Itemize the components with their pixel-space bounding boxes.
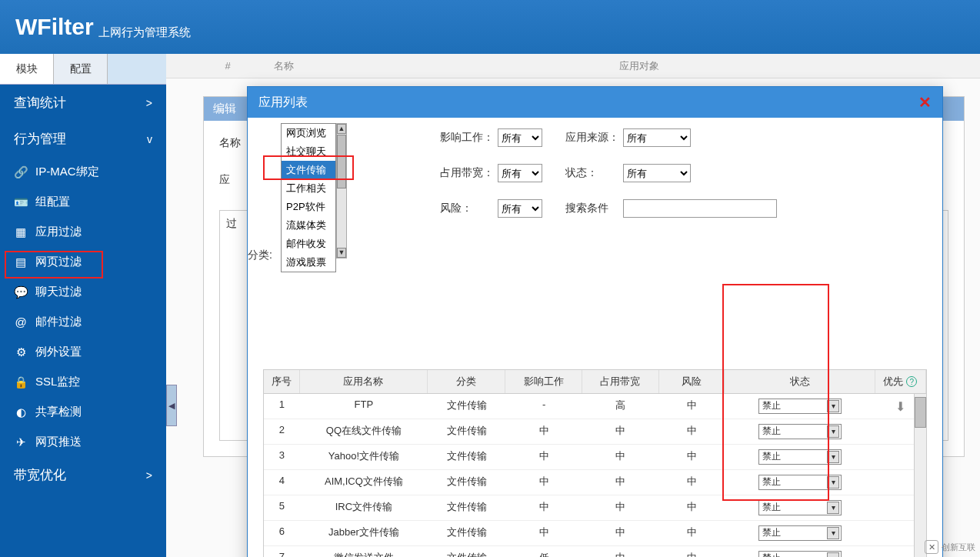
cell-category: 文件传输 xyxy=(428,445,506,469)
table-row: 1FTP文件传输-高中禁止⬇ xyxy=(264,394,926,419)
cell-name: AIM,ICQ文件传输 xyxy=(300,470,428,495)
scroll-up-icon[interactable]: ▲ xyxy=(337,124,346,134)
status-select[interactable]: 禁止 xyxy=(758,399,842,414)
close-icon[interactable]: ✕ xyxy=(918,93,932,112)
cell-id: 6 xyxy=(264,521,300,545)
scrollbar-thumb[interactable] xyxy=(915,397,926,428)
menu-item-label: 组配置 xyxy=(35,195,70,209)
cell-bandwidth: 中 xyxy=(582,445,659,469)
menu-group-label: 行为管理 xyxy=(14,130,66,148)
menu-item-label: 例外设置 xyxy=(35,345,82,359)
status-select[interactable]: 禁止 xyxy=(758,424,842,439)
sidebar-item-6[interactable]: ⚙例外设置 xyxy=(0,337,166,367)
dropdown-item[interactable]: 网页浏览 xyxy=(282,124,335,142)
tab-config[interactable]: 配置 xyxy=(54,54,108,84)
cell-bandwidth: 中 xyxy=(582,470,659,495)
status-select[interactable]: 禁止 xyxy=(758,449,842,465)
col-risk: 风险 xyxy=(659,370,725,393)
table-scrollbar[interactable] xyxy=(914,394,926,557)
col-name: 名称 xyxy=(274,59,619,73)
sidebar-item-5[interactable]: @邮件过滤 xyxy=(0,307,166,337)
filter-status-select[interactable]: 所有 xyxy=(623,164,691,182)
sidebar-item-2[interactable]: ▦应用过滤 xyxy=(0,217,166,247)
cell-risk: 中 xyxy=(659,419,725,444)
cell-name: 微信发送文件 xyxy=(300,546,428,557)
dropdown-scrollbar[interactable]: ▲ ▼ xyxy=(336,123,347,258)
table-row: 3Yahoo!文件传输文件传输中中中禁止 xyxy=(264,445,926,470)
col-priority-label: 优先 xyxy=(883,375,903,389)
dropdown-item[interactable]: 社交聊天 xyxy=(282,142,335,161)
menu-item-label: SSL监控 xyxy=(35,375,80,389)
sidebar-item-7[interactable]: 🔒SSL监控 xyxy=(0,367,166,397)
dropdown-item[interactable]: P2P软件 xyxy=(282,198,335,216)
cell-risk: 中 xyxy=(659,495,725,520)
filter-status-label: 状态： xyxy=(565,166,623,180)
cell-impact: 低 xyxy=(505,546,582,557)
sidebar-item-3[interactable]: ▤网页过滤 xyxy=(0,247,166,277)
dialog-title: 应用列表 xyxy=(258,95,308,111)
filter-bandwidth-label: 占用带宽： xyxy=(440,166,498,180)
dropdown-item[interactable]: 流媒体类 xyxy=(282,216,335,235)
filter-source-select[interactable]: 所有 xyxy=(623,128,691,147)
sidebar: 模块 配置 查询统计 > 行为管理 v 🔗IP-MAC绑定🪪组配置▦应用过滤▤网… xyxy=(0,54,166,557)
dropdown-item[interactable]: 工作相关 xyxy=(282,179,335,198)
sidebar-item-1[interactable]: 🪪组配置 xyxy=(0,187,166,217)
cell-risk: 中 xyxy=(659,394,725,419)
menu-group-behavior[interactable]: 行为管理 v xyxy=(0,121,166,157)
dropdown-item[interactable]: 游戏股票 xyxy=(282,253,335,272)
sidebar-item-8[interactable]: ◐共享检测 xyxy=(0,397,166,427)
col-id: 序号 xyxy=(264,370,300,393)
filter-risk-select[interactable]: 所有 xyxy=(498,199,542,218)
menu-item-label: 共享检测 xyxy=(35,405,82,419)
cell-bandwidth: 中 xyxy=(582,419,659,444)
scroll-down-icon[interactable]: ▼ xyxy=(337,248,346,258)
col-priority: 优先 ? xyxy=(875,370,926,393)
cell-id: 4 xyxy=(264,470,300,495)
help-icon[interactable]: ? xyxy=(906,376,917,387)
status-select[interactable]: 禁止 xyxy=(758,475,842,490)
menu-item-label: 网页过滤 xyxy=(35,255,82,269)
menu-group-label: 查询统计 xyxy=(14,94,66,112)
cell-name: Jabber文件传输 xyxy=(300,521,428,545)
menu-group-bandwidth[interactable]: 带宽优化 > xyxy=(0,457,166,493)
col-bandwidth: 占用带宽 xyxy=(582,370,659,393)
category-dropdown-list[interactable]: 网页浏览社交聊天文件传输工作相关P2P软件流媒体类邮件收发游戏股票 xyxy=(281,123,336,272)
dropdown-item[interactable]: 文件传输 xyxy=(282,161,335,179)
sidebar-item-4[interactable]: 💬聊天过滤 xyxy=(0,277,166,307)
menu-icon: ⚙ xyxy=(14,345,28,359)
menu-group-query[interactable]: 查询统计 > xyxy=(0,85,166,121)
status-select[interactable]: 禁止 xyxy=(758,500,842,515)
scrollbar-thumb[interactable] xyxy=(337,135,346,188)
menu-icon: ▦ xyxy=(14,225,28,239)
status-select[interactable]: 禁止 xyxy=(758,525,842,541)
search-input[interactable] xyxy=(623,199,777,218)
sidebar-item-0[interactable]: 🔗IP-MAC绑定 xyxy=(0,157,166,187)
cell-name: Yahoo!文件传输 xyxy=(300,445,428,469)
table-row: 2QQ在线文件传输文件传输中中中禁止 xyxy=(264,419,926,445)
cell-status: 禁止 xyxy=(725,521,875,545)
edit-filter-label: 过 xyxy=(226,217,237,229)
cell-category: 文件传输 xyxy=(428,419,506,444)
filter-bandwidth-select[interactable]: 所有 xyxy=(498,164,542,182)
cell-status: 禁止 xyxy=(725,394,875,419)
tab-module[interactable]: 模块 xyxy=(0,54,54,84)
dropdown-item[interactable]: 邮件收发 xyxy=(282,235,335,253)
status-select[interactable]: 禁止 xyxy=(758,551,842,557)
cell-bandwidth: 中 xyxy=(582,521,659,545)
chevron-right-icon: > xyxy=(146,97,152,109)
menu-item-label: 网页推送 xyxy=(35,435,82,449)
cell-category: 文件传输 xyxy=(428,546,506,557)
sidebar-tabs: 模块 配置 xyxy=(0,54,166,85)
menu-icon: 🔒 xyxy=(14,375,28,389)
cell-risk: 中 xyxy=(659,470,725,495)
brand-logo: WFilter xyxy=(15,14,94,40)
edit-app-label: 应 xyxy=(219,173,230,185)
table-header: 序号 应用名称 分类 影响工作 占用带宽 风险 状态 优先 ? xyxy=(263,369,927,394)
sidebar-item-9[interactable]: ✈网页推送 xyxy=(0,427,166,457)
priority-down-icon[interactable]: ⬇ xyxy=(895,399,905,414)
sidebar-collapse-handle[interactable]: ◀ xyxy=(166,385,177,426)
filter-impact-select[interactable]: 所有 xyxy=(498,128,542,147)
menu-icon: ◐ xyxy=(14,405,28,419)
main-column-header: # 名称 应用对象 xyxy=(166,54,980,78)
cell-bandwidth: 高 xyxy=(582,394,659,419)
